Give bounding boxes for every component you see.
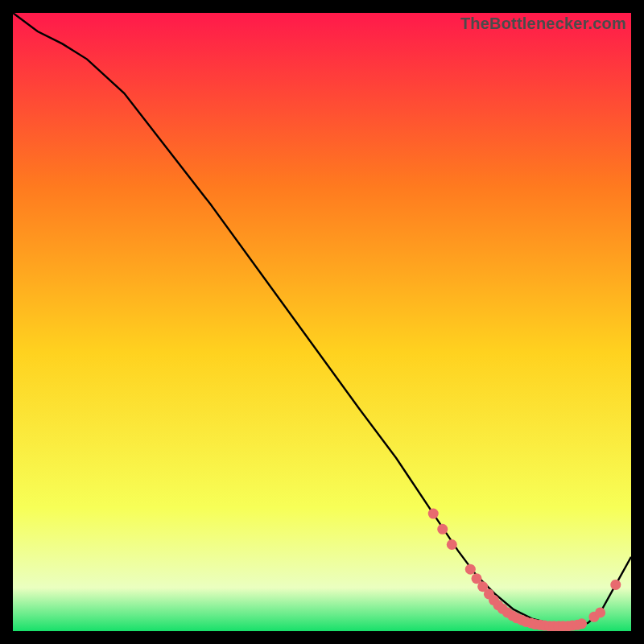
curve-dot xyxy=(610,580,621,590)
curve-dot xyxy=(447,539,457,550)
watermark-text: TheBottlenecker.com xyxy=(460,14,626,33)
chart-frame: TheBottlenecker.com xyxy=(13,13,631,631)
bottleneck-chart xyxy=(13,13,631,631)
curve-dot xyxy=(465,564,476,575)
curve-dot xyxy=(595,607,605,617)
curve-dot xyxy=(437,524,448,535)
gradient-background xyxy=(13,13,631,631)
curve-dot xyxy=(576,618,587,629)
curve-dot xyxy=(428,509,439,519)
